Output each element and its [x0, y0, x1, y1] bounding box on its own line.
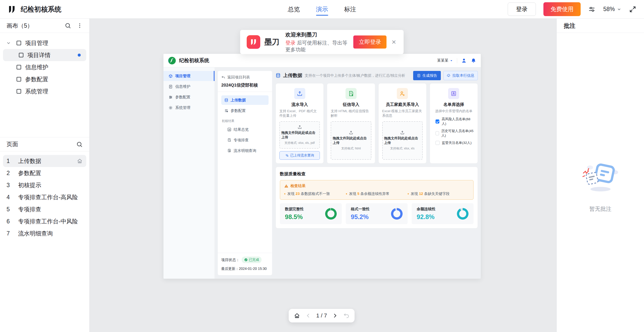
tree-item-project-detail[interactable]: 项目详情	[3, 49, 86, 61]
prev-page-icon[interactable]	[305, 313, 311, 319]
view-tabs: 总览 演示 标注	[288, 0, 356, 19]
login-button[interactable]: 登录	[508, 3, 536, 16]
page-item-7[interactable]: 7 流水明细查询	[3, 227, 86, 239]
page-item-3[interactable]: 3 初核提示	[3, 179, 86, 191]
app-nav-project-management[interactable]: 项目管理	[163, 71, 214, 81]
check-result-box: 检查结果 • 发现23条数据格式不一致 • 发现5条余额连续性异常	[280, 180, 474, 200]
app-nav-system-management[interactable]: 系统管理	[163, 103, 214, 113]
settings-sliders-icon[interactable]	[588, 6, 596, 13]
finding-missing-fields: • 发现12条缺失关键字段	[408, 191, 469, 196]
filter-settings-icon	[224, 109, 228, 113]
search-icon[interactable]	[76, 141, 83, 148]
artboard-icon	[18, 52, 24, 58]
checkbox-history-suspect-list[interactable]: 历史可疑人员名单(45人)	[436, 129, 474, 138]
tab-demo[interactable]: 演示	[316, 0, 328, 19]
pages-title: 页面	[7, 140, 18, 148]
preview-app-nav: 项目管理 信息维护 参数配置 系统管理	[163, 67, 215, 279]
tree-item-parameter-config[interactable]: 参数配置	[3, 73, 86, 85]
project-menu-flow-detail-query[interactable]: 流水明细查询	[224, 146, 269, 155]
user-avatar-icon[interactable]	[461, 58, 467, 63]
fullscreen-icon[interactable]	[629, 6, 636, 13]
mockingbot-logo-icon	[8, 5, 17, 14]
next-page-icon[interactable]	[332, 313, 338, 319]
back-arrow-icon	[221, 75, 225, 79]
page-item-5[interactable]: 5 专项排查	[3, 203, 86, 215]
database-icon	[276, 73, 281, 78]
topbar-actions: 登录 免费使用 58%	[508, 2, 636, 16]
dropzone-flow[interactable]: 拖拽文件到此处或点击上传 支持格式: xlsx, xls, pdf	[279, 121, 320, 149]
donut-ring	[391, 208, 403, 220]
generate-report-button[interactable]: 生成报告	[413, 71, 441, 80]
checkbox-regulator-watch-list[interactable]: 监管关注名单(32人)	[436, 141, 472, 145]
project-menu-parameter-config[interactable]: 参数配置	[221, 106, 269, 115]
app-nav-parameter-config[interactable]: 参数配置	[163, 92, 214, 102]
tab-annotate[interactable]: 标注	[344, 0, 356, 19]
zoom-level-dropdown[interactable]: 58%	[603, 6, 621, 13]
close-icon[interactable]: ×	[391, 38, 397, 46]
checkbox-icon[interactable]	[436, 141, 440, 145]
page-item-1[interactable]: 1 上传数据	[3, 155, 86, 167]
caret-down-icon	[450, 59, 453, 62]
page-item-6[interactable]: 6 专项排查工作台-中风险	[3, 215, 86, 227]
banner-login-link[interactable]: 登录	[285, 40, 295, 46]
list-search-icon	[285, 154, 289, 157]
page-item-4[interactable]: 4 专项排查工作台-高风险	[3, 191, 86, 203]
upload-content: 上传数据 支持在一个项目中上传多个主体/账户数据，进行汇总/独立分析 生成报告 …	[276, 71, 478, 275]
quality-title: 数据质量检查	[280, 171, 474, 177]
more-kebab-icon[interactable]	[77, 23, 83, 29]
presentation-pager: 1 / 7	[289, 309, 355, 322]
back-to-project-list[interactable]: 返回项目列表	[221, 75, 269, 80]
project-menu-section-label: 初核结果	[222, 119, 269, 123]
section-title: 上传数据	[283, 72, 302, 79]
fetch-bank-info-button[interactable]: 拉取本行信息	[443, 71, 478, 80]
upload-card-family-relation: 员工家庭关系导入 Excel 模板上传员工家庭关系信息 拖拽文件到此处或点击上传…	[378, 83, 426, 163]
uploaded-flow-query-button[interactable]: 已上传流水查询	[279, 151, 320, 160]
app-brand: 纪检初核系统	[8, 5, 61, 14]
app-nav-info-maintenance[interactable]: 信息维护	[163, 81, 214, 92]
report-icon	[417, 74, 421, 77]
checkbox-icon[interactable]	[436, 131, 439, 135]
bar-chart-icon	[227, 128, 231, 132]
database-icon	[224, 98, 228, 102]
warning-triangle-icon	[284, 184, 288, 188]
restart-icon[interactable]	[343, 312, 350, 319]
dropzone-family[interactable]: 拖拽文件到此处或点击上传 支持格式: xlsx, xls	[382, 121, 423, 160]
project-menu-result-overview[interactable]: 结果总览	[224, 125, 269, 134]
page-item-2[interactable]: 2 参数配置	[3, 167, 86, 179]
project-panel: 返回项目列表 2024Q1信贷部初核 上传数据 参数配置 初核结果	[218, 71, 272, 275]
cube-icon	[168, 74, 173, 78]
checkbox-high-risk-list[interactable]: 高风险人员名单(68人)	[436, 117, 474, 126]
cloud-download-icon	[447, 74, 451, 77]
home-icon[interactable]	[294, 312, 300, 319]
tab-overview[interactable]: 总览	[288, 0, 300, 19]
canvas-panel-header: 画布（5）	[0, 19, 89, 33]
search-icon[interactable]	[65, 22, 71, 29]
preview-app-logo-icon	[168, 57, 176, 65]
last-updated: 最后更新：2024-01-20 15:30	[221, 267, 269, 271]
document-upload-icon	[346, 88, 357, 99]
empty-annotation-illustration	[580, 161, 621, 196]
page-list: 1 上传数据 2 参数配置 3 初核提示 4 专项排查工作台-高风险 5 专项排…	[0, 151, 89, 239]
project-menu-upload-data[interactable]: 上传数据	[221, 95, 269, 105]
login-now-button[interactable]: 立即登录	[353, 35, 387, 49]
id-card-icon	[448, 88, 459, 99]
free-use-button[interactable]: 免费使用	[543, 2, 581, 16]
notification-bell-icon[interactable]	[471, 58, 476, 63]
checkbox-checked-icon[interactable]	[436, 119, 440, 123]
banner-title: 欢迎来到墨刀	[285, 31, 349, 38]
artboard-icon	[16, 88, 22, 94]
tree-item-info-maintenance[interactable]: 信息维护	[3, 61, 86, 73]
tree-item-project-management[interactable]: 项目管理	[3, 37, 86, 49]
preview-app-title: 纪检初核系统	[179, 57, 209, 64]
gear-icon	[168, 106, 173, 110]
person-add-icon	[397, 88, 408, 99]
donut-ring	[325, 208, 337, 220]
prototype-preview: 纪检初核系统 某某某 项目管理 信息维护	[163, 54, 481, 279]
user-dropdown[interactable]: 某某某	[437, 58, 453, 63]
tree-item-system-management[interactable]: 系统管理	[3, 85, 86, 97]
dropzone-credit[interactable]: 拖拽文件到此处或点击上传 支持格式: html	[331, 121, 371, 160]
chevron-down-icon[interactable]	[6, 40, 13, 46]
project-menu-special-check[interactable]: 专项排查	[224, 135, 269, 145]
app-title: 纪检初核系统	[21, 5, 61, 14]
project-title: 2024Q1信贷部初核	[221, 82, 269, 88]
